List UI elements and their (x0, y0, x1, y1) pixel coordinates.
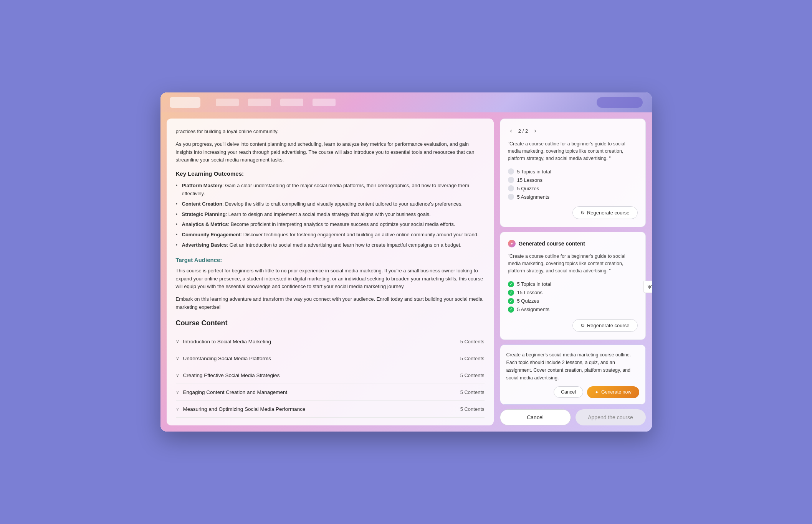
stat-label-quizzes: 5 Quizzes (517, 186, 539, 191)
stat-icon-pending (508, 185, 514, 191)
contents-badge-3: 5 Contents (460, 372, 485, 378)
list-item: Platform Mastery: Gain a clear understan… (176, 181, 485, 199)
regenerate-label-2: Regenerate course (587, 323, 630, 328)
nav-item-2[interactable] (248, 99, 271, 106)
stat-icon-done: ✓ (508, 298, 514, 304)
stat-icon-done: ✓ (508, 306, 514, 313)
stat-topics: 5 Topics in total (508, 167, 638, 176)
regenerate-course-button-2[interactable]: ↻ Regenerate course (572, 319, 638, 332)
top-bar (160, 92, 652, 112)
stat-icon-done: ✓ (508, 281, 514, 287)
stat-label-lessons: 15 Lessons (517, 177, 543, 183)
target-text-2: Embark on this learning adventure and tr… (176, 295, 485, 311)
course-section-row[interactable]: ∨ Engaging Content Creation and Manageme… (176, 384, 485, 401)
card2-quote: "Create a course outline for a beginner'… (508, 253, 638, 274)
main-content: practices for building a loyal online co… (160, 112, 652, 432)
prompt-textarea[interactable]: Create a beginner's social media marketi… (506, 351, 639, 382)
chevron-down-icon: ∨ (176, 356, 179, 361)
next-page-button[interactable]: › (532, 127, 538, 135)
contents-badge-5: 5 Contents (460, 406, 485, 412)
course-section-left-5: ∨ Measuring and Optimizing Social Media … (176, 406, 306, 412)
refresh-icon: ↻ (580, 210, 585, 216)
cancel-main-button[interactable]: Cancel (500, 409, 571, 425)
stat-label-topics: 5 Topics in total (517, 169, 551, 175)
regenerate-label-1: Regenerate course (587, 210, 630, 216)
ai-sparkle-icon: ✦ (508, 240, 516, 247)
user-area[interactable] (597, 97, 643, 108)
course-outline-card-1: ‹ 2 / 2 › "Create a course outline for a… (500, 119, 646, 227)
stat-lessons-done: ✓ 15 Lessons (508, 288, 638, 297)
section-title-5: Measuring and Optimizing Social Media Pe… (183, 406, 306, 412)
course-section-row[interactable]: ∨ Creating Effective Social Media Strate… (176, 367, 485, 384)
list-item: Content Creation: Develop the skills to … (176, 199, 485, 209)
sparkle-icon: ✦ (595, 389, 599, 395)
right-panel: ‹ 2 / 2 › "Create a course outline for a… (500, 119, 646, 425)
section-title-2: Understanding Social Media Platforms (183, 356, 271, 361)
nav-item-4[interactable] (313, 99, 336, 106)
section-title-1: Introduction to Social Media Marketing (183, 339, 271, 344)
course-section-left-1: ∨ Introduction to Social Media Marketing (176, 339, 271, 344)
page-indicator: 2 / 2 (518, 128, 528, 134)
stat-icon-done: ✓ (508, 290, 514, 296)
list-item: Strategic Planning: Learn to design and … (176, 209, 485, 220)
intro-text-1: practices for building a loyal online co… (176, 128, 485, 136)
chevron-down-icon: ∨ (176, 406, 179, 412)
course-section-row[interactable]: ∨ Introduction to Social Media Marketing… (176, 333, 485, 350)
course-section-row[interactable]: ∨ Measuring and Optimizing Social Media … (176, 401, 485, 418)
stat-label-assignments-done: 5 Assignments (517, 306, 550, 312)
stat-label-topics-done: 5 Topics in total (517, 281, 551, 287)
contents-badge-2: 5 Contents (460, 356, 485, 361)
course-section-left-4: ∨ Engaging Content Creation and Manageme… (176, 389, 288, 395)
stat-assignments-done: ✓ 5 Assignments (508, 305, 638, 314)
card2-stats: ✓ 5 Topics in total ✓ 15 Lessons ✓ 5 Qui… (508, 280, 638, 314)
top-nav (216, 99, 336, 106)
cancel-small-button[interactable]: Cancel (554, 386, 583, 398)
prev-page-button[interactable]: ‹ (508, 127, 514, 135)
card1-stats: 5 Topics in total 15 Lessons 5 Quizzes (508, 167, 638, 201)
contents-badge-1: 5 Contents (460, 339, 485, 344)
generated-course-card: ✦ Generated course content "Create a cou… (500, 232, 646, 339)
course-section-row[interactable]: ∨ Understanding Social Media Platforms 5… (176, 350, 485, 367)
chevron-down-icon: ∨ (176, 389, 179, 395)
input-actions: Cancel ✦ Generate now (506, 386, 639, 398)
card2-title: Generated course content (519, 241, 585, 247)
list-item: Analytics & Metrics: Become proficient i… (176, 219, 485, 230)
nav-item-3[interactable] (280, 99, 303, 106)
nav-item-1[interactable] (216, 99, 239, 106)
pagination: ‹ 2 / 2 › (508, 127, 638, 135)
prompt-input-card: Create a beginner's social media marketi… (500, 344, 646, 405)
stat-topics-done: ✓ 5 Topics in total (508, 280, 638, 288)
chevron-down-icon: ∨ (176, 339, 179, 344)
stat-quizzes: 5 Quizzes (508, 184, 638, 193)
card1-quote: "Create a course outline for a beginner'… (508, 140, 638, 162)
chevron-down-icon: ∨ (176, 372, 179, 378)
course-content-title: Course Content (176, 319, 485, 327)
contents-badge-4: 5 Contents (460, 389, 485, 395)
notebook-tab[interactable]: Notebook (643, 281, 652, 293)
stat-label-assignments: 5 Assignments (517, 194, 550, 200)
stat-label-quizzes-done: 5 Quizzes (517, 298, 539, 304)
card2-header: ✦ Generated course content (508, 240, 638, 247)
generate-label: Generate now (601, 389, 632, 395)
stat-icon-pending (508, 168, 514, 175)
list-item: Community Engagement: Discover technique… (176, 230, 485, 240)
left-panel: practices for building a loyal online co… (167, 119, 494, 425)
stat-icon-pending (508, 194, 514, 200)
list-item: Advertising Basics: Get an introduction … (176, 240, 485, 250)
bottom-actions: Cancel Append the course (500, 409, 646, 425)
generate-now-button[interactable]: ✦ Generate now (587, 386, 639, 398)
stat-icon-pending (508, 177, 514, 183)
intro-text-2: As you progress, you'll delve into conte… (176, 140, 485, 164)
stat-lessons: 15 Lessons (508, 176, 638, 184)
target-audience-title: Target Audience: (176, 257, 485, 263)
stat-assignments: 5 Assignments (508, 193, 638, 201)
course-section-left-2: ∨ Understanding Social Media Platforms (176, 356, 271, 361)
app-logo (170, 97, 200, 108)
regenerate-course-button-1[interactable]: ↻ Regenerate course (572, 206, 638, 219)
stat-quizzes-done: ✓ 5 Quizzes (508, 297, 638, 305)
section-title-3: Creating Effective Social Media Strategi… (183, 372, 280, 378)
refresh-icon: ↻ (580, 323, 585, 328)
key-outcomes-title: Key Learning Outcomes: (176, 170, 485, 177)
stat-label-lessons-done: 15 Lessons (517, 290, 543, 295)
course-section-left-3: ∨ Creating Effective Social Media Strate… (176, 372, 280, 378)
